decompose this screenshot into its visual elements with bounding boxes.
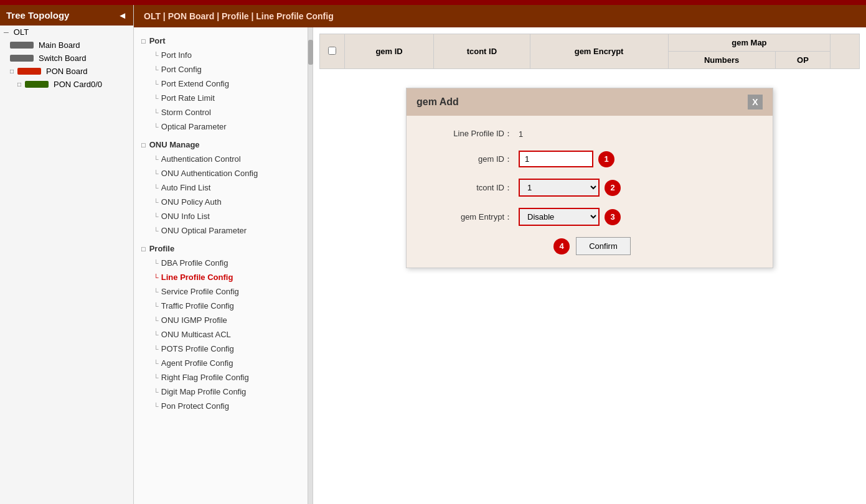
gem-id-input[interactable] (519, 151, 593, 167)
gem-encrypt-header: gem Encrypt (530, 34, 668, 69)
onu-optical-param-label: ONU Optical Parameter (161, 226, 247, 235)
nav-item-service-profile-config[interactable]: └Service Profile Config (134, 284, 308, 299)
top-bar (0, 0, 866, 5)
nav-section-onu-manage: □ ONU Manage └Authentication Control └ON… (134, 138, 308, 238)
profile-section-label: Profile (149, 244, 174, 253)
gem-map-header: gem Map (668, 34, 831, 52)
nav-item-onu-multicast-acl[interactable]: └ONU Multicast ACL (134, 327, 308, 342)
main-content: gem ID tcont ID gem Encrypt gem Map Numb… (313, 27, 866, 504)
tcont-id-select[interactable]: 1 (519, 179, 600, 197)
nav-item-onu-info-list[interactable]: └ONU Info List (134, 209, 308, 223)
nav-item-pon-protect-config[interactable]: └Pon Protect Config (134, 399, 308, 413)
nav-item-authentication-control[interactable]: └Authentication Control (134, 152, 308, 166)
form-row-gem-encrypt: gem Entrypt： Disable Enable 3 (425, 208, 754, 226)
gem-encrypt-label: gem Entrypt： (425, 212, 519, 223)
nav-item-port-rate-limit[interactable]: └Port Rate Limit (134, 91, 308, 105)
onu-multicast-acl-label: ONU Multicast ACL (161, 330, 231, 339)
sidebar-item-olt[interactable]: ─ OLT (0, 26, 133, 39)
nav-section-profile: □ Profile └DBA Profile Config └Line Prof… (134, 241, 308, 413)
line-profile-config-label: Line Profile Config (161, 273, 233, 282)
select-all-checkbox[interactable] (328, 47, 336, 55)
nav-item-port-config[interactable]: └Port Config (134, 62, 308, 77)
modal-overlay: gem Add X Line Profile ID： 1 (313, 88, 866, 268)
op-header (831, 34, 860, 69)
sidebar-item-pon-card[interactable]: □ PON Card0/0 (0, 78, 133, 91)
sidebar-arrow: ◄ (118, 10, 127, 21)
numbers-subheader: Numbers (668, 52, 775, 69)
nav-item-optical-parameter[interactable]: └Optical Parameter (134, 119, 308, 134)
modal-header: gem Add X (407, 88, 773, 116)
right-flag-profile-config-label: Right Flag Profile Config (161, 373, 249, 382)
sidebar: Tree Topology ◄ ─ OLT Main Board Switch … (0, 5, 134, 504)
app-container: Tree Topology ◄ ─ OLT Main Board Switch … (0, 0, 866, 504)
main-board-label: Main Board (39, 40, 80, 50)
nav-item-onu-policy-auth[interactable]: └ONU Policy Auth (134, 195, 308, 209)
nav-item-dba-profile-config[interactable]: └DBA Profile Config (134, 256, 308, 270)
breadcrumb-bar: OLT | PON Board | Profile | Line Profile… (134, 5, 866, 27)
sidebar-title: Tree Topology (6, 10, 69, 21)
authentication-control-label: Authentication Control (161, 154, 241, 164)
profile-toggle-icon: □ (141, 245, 146, 253)
nav-item-traffic-profile-config[interactable]: └Traffic Profile Config (134, 299, 308, 313)
onu-info-list-label: ONU Info List (161, 212, 210, 221)
port-section-label: Port (149, 36, 166, 45)
onu-manage-toggle-icon: □ (141, 141, 146, 149)
nav-item-pots-profile-config[interactable]: └POTS Profile Config (134, 342, 308, 356)
switch-board-label: Switch Board (39, 54, 87, 63)
onu-manage-section-label: ONU Manage (149, 140, 200, 149)
data-table: gem ID tcont ID gem Encrypt gem Map Numb… (319, 34, 860, 69)
confirm-button[interactable]: Confirm (576, 237, 631, 255)
port-extend-config-label: Port Extend Config (161, 79, 229, 88)
scrollbar-thumb[interactable] (308, 40, 313, 65)
modal-box: gem Add X Line Profile ID： 1 (406, 88, 773, 268)
table-container: gem ID tcont ID gem Encrypt gem Map Numb… (313, 27, 866, 75)
nav-section-onu-manage-header[interactable]: □ ONU Manage (134, 138, 308, 152)
tcont-id-header: tcont ID (434, 34, 530, 69)
nav-item-port-extend-config[interactable]: └Port Extend Config (134, 77, 308, 91)
step-4-badge: 4 (553, 238, 570, 254)
modal-title: gem Add (417, 96, 459, 108)
onu-igmp-profile-label: ONU IGMP Profile (161, 315, 227, 325)
optical-parameter-label: Optical Parameter (161, 122, 227, 131)
nav-item-storm-control[interactable]: └Storm Control (134, 105, 308, 119)
sidebar-item-switch-board[interactable]: Switch Board (0, 52, 133, 65)
gem-id-label: gem ID： (425, 154, 519, 165)
modal-close-button[interactable]: X (748, 95, 763, 110)
nav-item-onu-optical-param[interactable]: └ONU Optical Parameter (134, 223, 308, 238)
sidebar-item-pon-board[interactable]: □ PON Board (0, 65, 133, 78)
sidebar-item-main-board[interactable]: Main Board (0, 39, 133, 52)
traffic-profile-config-label: Traffic Profile Config (161, 301, 234, 310)
nav-item-port-info[interactable]: └Port Info (134, 48, 308, 62)
nav-item-onu-igmp-profile[interactable]: └ONU IGMP Profile (134, 313, 308, 327)
digit-map-profile-config-label: Digit Map Profile Config (161, 387, 247, 396)
dba-profile-config-label: DBA Profile Config (161, 258, 228, 268)
nav-item-agent-profile-config[interactable]: └Agent Profile Config (134, 356, 308, 370)
pon-protect-config-label: Pon Protect Config (161, 401, 229, 411)
left-nav-scrollbar[interactable] (308, 27, 313, 504)
port-rate-limit-label: Port Rate Limit (161, 93, 215, 103)
nav-item-onu-auth-config[interactable]: └ONU Authentication Config (134, 166, 308, 180)
auto-find-list-label: Auto Find List (161, 183, 211, 192)
nav-item-line-profile-config[interactable]: └Line Profile Config (134, 270, 308, 284)
port-toggle-icon: □ (141, 37, 146, 45)
nav-item-right-flag-profile-config[interactable]: └Right Flag Profile Config (134, 370, 308, 385)
service-profile-config-label: Service Profile Config (161, 287, 239, 296)
agent-profile-config-label: Agent Profile Config (161, 358, 233, 368)
form-row-line-profile-id: Line Profile ID： 1 (425, 128, 754, 139)
nav-item-digit-map-profile-config[interactable]: └Digit Map Profile Config (134, 385, 308, 399)
port-info-label: Port Info (161, 50, 192, 60)
modal-body: Line Profile ID： 1 gem ID： 1 (407, 116, 773, 268)
gem-encrypt-select[interactable]: Disable Enable (519, 208, 600, 226)
checkbox-header (320, 34, 345, 69)
pon-card-label: PON Card0/0 (54, 80, 102, 89)
nav-section-profile-header[interactable]: □ Profile (134, 241, 308, 256)
nav-item-auto-find-list[interactable]: └Auto Find List (134, 180, 308, 195)
confirm-row: 4 Confirm (425, 237, 754, 255)
nav-section-port-header[interactable]: □ Port (134, 34, 308, 48)
line-profile-id-label: Line Profile ID： (425, 128, 519, 139)
tcont-id-label: tcont ID： (425, 182, 519, 194)
storm-control-label: Storm Control (161, 108, 211, 117)
content-area: OLT | PON Board | Profile | Line Profile… (134, 5, 866, 504)
breadcrumb: OLT | PON Board | Profile | Line Profile… (144, 11, 334, 21)
form-row-gem-id: gem ID： 1 (425, 151, 754, 167)
